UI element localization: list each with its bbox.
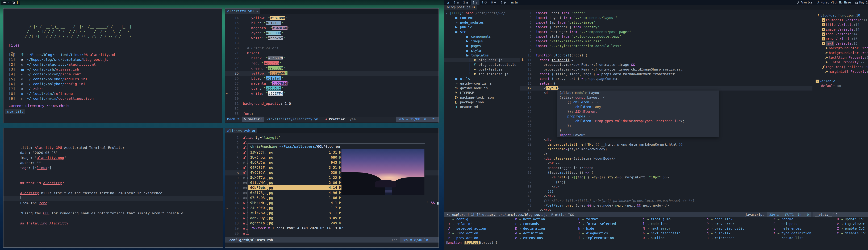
- whichkey-item[interactable]: l → code lens: [641, 222, 681, 226]
- file-row[interactable]: 5oXQT7g.jpg1.22 M: [248, 175, 343, 180]
- whichkey-item[interactable]: p → prev diagnostic: [705, 226, 744, 231]
- bluetooth-tray[interactable]: [8, 1, 10, 4]
- startify-entry[interactable]: [1] JS ~/Repos/blog/src/templates/blog-p…: [9, 57, 115, 62]
- outline-item-backgroundColor[interactable]: backgroundColor Property:: [813, 46, 868, 51]
- outline-item-textAlign[interactable]: textAlign Property:25: [813, 55, 868, 60]
- whichkey-item[interactable]: Z → enable CoC: [835, 226, 867, 231]
- whichkey-item[interactable]: R → references: [705, 235, 744, 240]
- tree-item-package-lock.json[interactable]: {}package-lock.json: [444, 95, 520, 100]
- whichkey-item[interactable]: O → outline: [641, 235, 681, 240]
- whichkey-item[interactable]: h → hide: [576, 226, 616, 231]
- startify-entry[interactable]: [5] ⚙ ~/.config/polybar/modules.ini: [9, 77, 115, 82]
- whichkey-item[interactable]: U → update CoC: [835, 217, 867, 222]
- tree-item-blog-post.module.le[interactable]: │ #blog-post.module.le: [444, 62, 520, 67]
- startify-entry[interactable]: [9] {} ~/.config/nvim/coc-settings.json: [9, 96, 115, 101]
- outline-item-__html[interactable]: __html Property:29: [813, 60, 868, 65]
- tree-root[interactable]: ▾ [FILE]: blog /home/chris/Rep: [444, 11, 520, 16]
- file-row[interactable]: 3UwJhbg.jpg680 K: [248, 155, 343, 160]
- startify-entry[interactable]: [8] ≡ ~/.local/bin/rofi-menu: [9, 91, 115, 96]
- discord-tray[interactable]: [3, 1, 6, 4]
- startify-entry[interactable]: [3] >_ ~/.config/zsh/aliases.zsh: [9, 67, 115, 72]
- workspace-8[interactable]: 8: [489, 0, 499, 5]
- whichkey-item[interactable]: z → disable CoC: [835, 231, 867, 235]
- outline-item-tags[interactable]: xtags Variable:14: [813, 32, 868, 36]
- outline-item-thumbnail[interactable]: xthumbnail Variable:11: [813, 18, 868, 22]
- outline-item-prev[interactable]: xprev Variable:15: [813, 36, 868, 41]
- tree-item-utils[interactable]: utils: [444, 77, 520, 81]
- whichkey-item[interactable]: d → definition: [513, 231, 545, 235]
- tab-alacritty-yml[interactable]: alacritty.yml⚙: [225, 8, 260, 14]
- tree-item-pages[interactable]: │ pages: [444, 44, 520, 48]
- whichkey-item[interactable]: ; → refactor: [446, 222, 486, 226]
- outline-item-backgroundColor[interactable]: backgroundColor Property:: [813, 51, 868, 55]
- workspace-2[interactable]: 2: [461, 0, 471, 5]
- file-row[interactable]: 3JWY37f.jpg1.31 M: [248, 150, 343, 155]
- workspace-3[interactable]: 3V: [471, 0, 479, 5]
- startify-entry[interactable]: [6] ⚙ ~/.config/polybar/config.ini: [9, 82, 115, 86]
- tree-item-README.md[interactable]: README.md: [444, 105, 520, 109]
- file-row[interactable]: aghr5Ip.jpg249 K: [248, 220, 343, 225]
- whichkey-item[interactable]: o → open link: [705, 217, 744, 222]
- file-row[interactable]: 6QbF0pb.jpg4.14 M: [248, 185, 343, 190]
- whichkey-item[interactable]: S → snippets: [772, 222, 811, 226]
- workspace-9[interactable]: 9: [499, 0, 508, 5]
- file-row[interactable]: 30iNVBw.jpg3.11 M: [248, 211, 343, 216]
- whichkey-item[interactable]: b → next action: [513, 217, 545, 222]
- outline-item-title[interactable]: xtitle Variable:14: [813, 22, 868, 27]
- warning-tray[interactable]: !: [17, 1, 19, 4]
- whichkey-item[interactable]: P → prev error: [705, 222, 744, 226]
- whichkey-item[interactable]: t → type definition: [772, 231, 811, 235]
- outline-item-image[interactable]: ximage Variable:14: [813, 27, 868, 32]
- whichkey-item[interactable]: F → format: [576, 217, 616, 222]
- whichkey-item[interactable]: j → float jump: [641, 217, 681, 222]
- file-row[interactable]: ad6v9Oy.jpg3.05 M: [248, 216, 343, 220]
- tree-item-post-list.js[interactable]: │ JSpost-list.js: [444, 67, 520, 72]
- tab-blog-post-js[interactable]: blog-post.jsJS: [444, 5, 477, 9]
- outline-item-marginLeft[interactable]: marginLeft Property:36: [813, 69, 868, 74]
- tree-item-images[interactable]: │ images: [444, 39, 520, 44]
- whichkey-item[interactable]: f → format selected: [576, 222, 616, 226]
- tree-item-gatsby-config.js[interactable]: JSgatsby-config.js: [444, 81, 520, 86]
- file-row[interactable]: 6iibVNY.jpg2.06 M: [248, 180, 343, 185]
- markdown-buffer[interactable]: ---title: Alacritty GPU Accelerated Term…: [3, 135, 223, 226]
- file-row[interactable]: 6zS17Sj.jpg4.96 M: [248, 190, 343, 195]
- outline-item-default[interactable]: default:48: [813, 84, 868, 88]
- startify-entry[interactable]: [0] ~/Repos/blog/content/Linux/06-alacri…: [9, 52, 115, 57]
- tree-item-style[interactable]: │ style: [444, 48, 520, 53]
- tree-item-LICENSE[interactable]: LICENSE: [444, 90, 520, 95]
- tree-item-templates[interactable]: └ templates: [444, 53, 520, 58]
- whichkey-item[interactable]: v → tag viewer: [835, 222, 867, 226]
- whichkey-item[interactable]: u → resume list: [772, 235, 811, 240]
- whichkey-item[interactable]: N → next error: [641, 226, 681, 231]
- startify-entry[interactable]: [4] ⚙ ~/.config/picom/picom.conf: [9, 72, 115, 77]
- outline-item-next[interactable]: xnext Variable:15: [813, 41, 868, 46]
- file-row[interactable]: 4bORVJa.jpg943 K: [248, 160, 343, 165]
- tree-item-tag-template.js[interactable]: └ JStag-template.js: [444, 72, 520, 77]
- whichkey-item[interactable]: i → implementation: [576, 235, 616, 240]
- file-row[interactable]: 9hMxcHr.jpg4.1 M: [248, 200, 343, 205]
- tree-item-blog-post.js[interactable]: │ JSblog-post.js: [444, 58, 520, 62]
- whichkey-item[interactable]: e → extensions: [513, 235, 545, 240]
- file-row[interactable]: 4Y6C0JV.jpg539 K: [248, 170, 343, 175]
- whichkey-item[interactable]: . → config: [446, 217, 486, 222]
- workspace-4[interactable]: 4: [479, 0, 489, 5]
- whichkey-item[interactable]: I → diagnostics: [576, 231, 616, 235]
- tree-item-components[interactable]: │ components: [444, 34, 520, 39]
- tree-item-src[interactable]: src: [444, 30, 520, 34]
- outline-item-BlogPost[interactable]: ƒBlogPost Function:10: [813, 13, 868, 18]
- whichkey-item[interactable]: n → next diagnostic: [641, 231, 681, 235]
- file-row[interactable]: 24LrDFQ.jpg1.7 M: [248, 205, 343, 211]
- whichkey-item[interactable]: r → rename: [772, 217, 811, 222]
- whichkey-item[interactable]: A → selected action: [446, 226, 486, 231]
- whichkey-item[interactable]: a → line action: [446, 231, 486, 235]
- workspace-1[interactable]: 1: [452, 0, 461, 5]
- whichkey-item[interactable]: c → commands: [513, 222, 545, 226]
- outline-item-tags.map() callback[interactable]: ƒtags.map() callback Function: [813, 65, 868, 69]
- tree-item-node_modules[interactable]: JSnode_modules: [444, 20, 520, 25]
- whichkey-item[interactable]: s → references: [772, 226, 811, 231]
- startify-entry[interactable]: [2] ⚙ ~/.config/alacritty/alacritty.yml: [9, 62, 115, 67]
- file-row[interactable]: 04PDl3F.jpg3.51 M: [248, 165, 343, 170]
- code-window[interactable]: 1import React from "react"2import Layout…: [520, 9, 812, 212]
- tree-item-public[interactable]: public: [444, 25, 520, 30]
- startify-entry[interactable]: [7] ⚙ ~/.zshrc: [9, 86, 115, 91]
